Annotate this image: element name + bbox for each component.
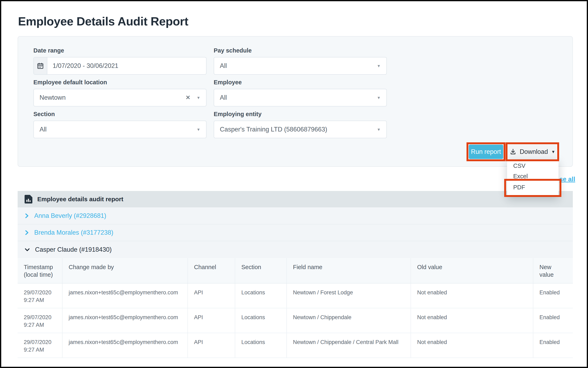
run-report-button[interactable]: Run report	[469, 145, 503, 159]
chevron-down-icon: ▼	[196, 96, 200, 100]
chevron-down-icon: ▼	[196, 128, 200, 131]
calendar-prefix	[34, 57, 47, 74]
cell-channel: API	[188, 333, 235, 358]
chevron-down-icon: ▼	[377, 128, 381, 131]
cell-section: Locations	[235, 308, 287, 333]
cell-new-value: Enabled	[533, 308, 573, 333]
group-row-anna-beverly[interactable]: Anna Beverly (#2928681)	[18, 207, 573, 224]
report-bar-title: Employee details audit report	[37, 196, 123, 203]
employee-select[interactable]: All ▼	[214, 89, 387, 106]
col-header-field-name: Field name	[287, 258, 411, 283]
download-button-label: Download	[520, 148, 548, 156]
employing-entity-value: Casper's Training LTD (58606879663)	[220, 126, 327, 133]
calendar-icon	[37, 62, 44, 70]
cell-channel: API	[188, 284, 235, 308]
cell-change-made-by: james.nixon+test65c@employmenthero.com	[62, 333, 188, 358]
cell-timestamp: 29/07/2020 9:27 AM	[18, 333, 62, 358]
col-header-timestamp: Timestamp (local time)	[18, 258, 62, 283]
clear-icon[interactable]: ✕	[186, 95, 190, 101]
group-row-casper-claude[interactable]: Casper Claude (#1918430)	[18, 241, 573, 258]
cell-timestamp: 29/07/2020 9:27 AM	[18, 308, 62, 333]
table-row: 29/07/2020 9:27 AM james.nixon+test65c@e…	[18, 308, 573, 333]
cell-change-made-by: james.nixon+test65c@employmenthero.com	[62, 284, 188, 308]
section-label: Section	[33, 111, 55, 118]
cell-timestamp: 29/07/2020 9:27 AM	[18, 284, 62, 308]
group-row-brenda-morales[interactable]: Brenda Morales (#3177238)	[18, 224, 573, 241]
report-icon	[25, 195, 32, 203]
cell-field-name: Newtown / Chippendale / Central Park Mal…	[287, 333, 411, 358]
cell-section: Locations	[235, 333, 287, 358]
pay-schedule-select[interactable]: All ▼	[214, 57, 387, 75]
default-location-label: Employee default location	[33, 79, 107, 86]
col-header-section: Section	[235, 258, 287, 283]
collapse-all-link[interactable]: se all	[559, 175, 575, 183]
download-menu: CSV Excel PDF	[507, 159, 559, 196]
caret-down-icon: ▼	[551, 150, 555, 154]
audit-table: Timestamp (local time) Change made by Ch…	[18, 258, 573, 358]
cell-field-name: Newtown / Forest Lodge	[287, 284, 411, 308]
table-header-row: Timestamp (local time) Change made by Ch…	[18, 258, 573, 284]
date-range-input[interactable]: 1/07/2020 - 30/06/2021	[33, 57, 207, 75]
employee-value: All	[220, 94, 227, 101]
menu-item-excel[interactable]: Excel	[507, 171, 559, 182]
pay-schedule-label: Pay schedule	[214, 47, 252, 54]
default-location-value: Newtown	[40, 94, 66, 101]
group-name: Brenda Morales (#3177238)	[34, 229, 113, 236]
section-select[interactable]: All ▼	[33, 121, 207, 138]
table-row: 29/07/2020 9:27 AM james.nixon+test65c@e…	[18, 284, 573, 308]
col-header-channel: Channel	[188, 258, 235, 283]
chevron-down-icon: ▼	[377, 96, 381, 100]
table-row: 29/07/2020 9:27 AM james.nixon+test65c@e…	[18, 333, 573, 358]
chevron-right-icon	[24, 213, 29, 219]
cell-old-value: Not enabled	[411, 308, 533, 333]
col-header-old-value: Old value	[411, 258, 533, 283]
cell-old-value: Not enabled	[411, 284, 533, 308]
chevron-down-icon	[24, 247, 30, 252]
chevron-right-icon	[24, 230, 29, 236]
menu-item-csv[interactable]: CSV	[507, 161, 559, 171]
cell-section: Locations	[235, 284, 287, 308]
section-value: All	[40, 126, 46, 133]
date-range-value: 1/07/2020 - 30/06/2021	[47, 62, 118, 70]
screenshot-frame: Employee Details Audit Report Date range	[0, 0, 588, 368]
page-title: Employee Details Audit Report	[18, 14, 188, 28]
download-button[interactable]: Download ▼	[508, 145, 557, 159]
default-location-select[interactable]: Newtown ✕ ▼	[33, 89, 207, 106]
cell-new-value: Enabled	[533, 333, 573, 358]
col-header-change-made-by: Change made by	[62, 258, 188, 283]
cell-field-name: Newtown / Chippendale	[287, 308, 411, 333]
cell-change-made-by: james.nixon+test65c@employmenthero.com	[62, 308, 188, 333]
group-name: Anna Beverly (#2928681)	[34, 212, 106, 220]
date-range-label: Date range	[33, 47, 64, 54]
group-name: Casper Claude (#1918430)	[35, 246, 112, 253]
pay-schedule-value: All	[220, 62, 227, 70]
cell-new-value: Enabled	[533, 284, 573, 308]
cell-old-value: Not enabled	[411, 333, 533, 358]
menu-item-pdf[interactable]: PDF	[507, 182, 559, 196]
col-header-new-value: New value	[533, 258, 573, 283]
chevron-down-icon: ▼	[377, 64, 381, 68]
employing-entity-select[interactable]: Casper's Training LTD (58606879663) ▼	[214, 121, 387, 138]
employee-label: Employee	[214, 79, 242, 86]
report-header-bar: Employee details audit report	[18, 191, 573, 207]
employing-entity-label: Employing entity	[214, 111, 262, 118]
cell-channel: API	[188, 308, 235, 333]
download-icon	[509, 148, 517, 155]
